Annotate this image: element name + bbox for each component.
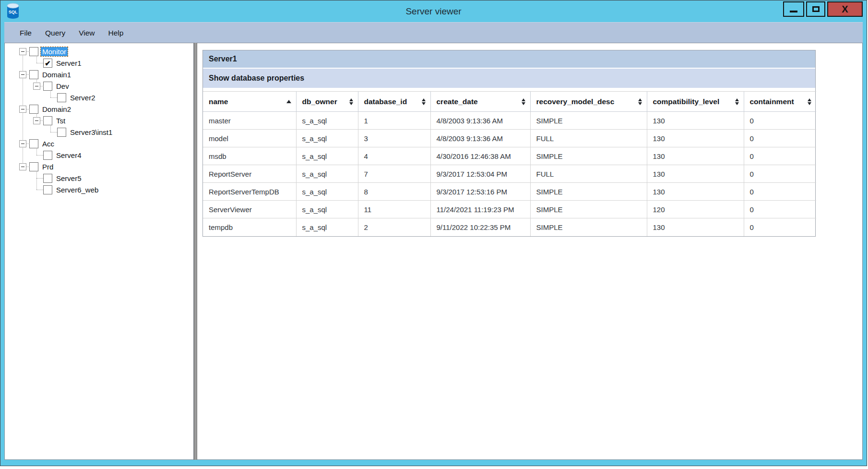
checkbox-unchecked[interactable] (43, 116, 52, 125)
table-row-master[interactable]: masters_a_sql14/8/2003 9:13:36 AMSIMPLE1… (203, 112, 816, 130)
section-header: Show database properties (203, 69, 815, 88)
checkbox-unchecked[interactable] (29, 105, 38, 114)
column-header-db-owner[interactable]: db_owner (296, 92, 358, 112)
checkbox-unchecked[interactable] (43, 174, 52, 183)
sort-unsorted-icon (808, 98, 811, 105)
sort-unsorted-icon (638, 98, 642, 105)
menu-query[interactable]: Query (38, 23, 72, 43)
checkbox-unchecked[interactable] (43, 185, 52, 194)
tree-node-server4[interactable]: Server4 (5, 149, 193, 161)
tree-connector (33, 57, 43, 69)
sort-up-arrow (349, 98, 353, 101)
table-row-reportserver[interactable]: ReportServers_a_sql79/3/2017 12:53:04 PM… (203, 165, 816, 183)
cell-compatibility-level: 120 (647, 201, 744, 218)
cell-database-id: 7 (358, 165, 430, 183)
collapse-box-icon[interactable] (19, 71, 26, 78)
collapse-box-icon[interactable] (19, 106, 26, 113)
tree-node-label: Server4 (55, 151, 83, 160)
collapse-box-icon[interactable] (19, 163, 26, 170)
cell-recovery-model-desc: SIMPLE (530, 201, 647, 218)
column-header-database-id[interactable]: database_id (358, 92, 430, 112)
column-header-name[interactable]: name (203, 92, 296, 112)
tree-node-server2[interactable]: Server2 (5, 92, 193, 103)
table-row-model[interactable]: models_a_sql34/8/2003 9:13:36 AMFULL1300 (203, 130, 816, 147)
column-header-content: db_owner (302, 97, 353, 106)
app-window: SQL Server viewer X FileQueryViewHelp Mo… (0, 0, 867, 466)
results-grid: namedb_ownerdatabase_idcreate_daterecove… (203, 91, 816, 236)
column-header-containment[interactable]: containment (744, 92, 816, 112)
sort-down-arrow (638, 102, 642, 105)
tree-node-label: Acc (41, 139, 56, 148)
sort-ascending-icon (286, 100, 291, 103)
tree-node-domain2[interactable]: Domain2 (5, 103, 193, 115)
checkbox-unchecked[interactable] (29, 47, 38, 56)
cell-db-owner: s_a_sql (296, 183, 358, 201)
tree-node-server5[interactable]: Server5 (5, 172, 193, 184)
cell-recovery-model-desc: SIMPLE (530, 147, 647, 165)
cell-db-owner: s_a_sql (296, 165, 358, 183)
menu-help[interactable]: Help (102, 23, 131, 43)
table-row-reportservertempdb[interactable]: ReportServerTempDBs_a_sql89/3/2017 12:53… (203, 183, 816, 201)
checkbox-unchecked[interactable] (43, 82, 52, 91)
tree-node-server6-web[interactable]: Server6_web (5, 184, 193, 195)
checkbox-unchecked[interactable] (43, 151, 52, 160)
sort-down-arrow (808, 102, 811, 105)
tree-node-monitor[interactable]: Monitor (5, 46, 193, 57)
checkbox-checked[interactable]: ✔ (43, 59, 52, 68)
tree-node-prd[interactable]: Prd (5, 161, 193, 172)
cell-compatibility-level: 130 (647, 112, 744, 130)
tree-connector (47, 92, 57, 103)
cell-recovery-model-desc: SIMPLE (530, 112, 647, 130)
tree-node-tst[interactable]: Tst (5, 115, 193, 126)
cell-create-date: 4/8/2003 9:13:36 AM (430, 130, 530, 147)
checkbox-unchecked[interactable] (57, 93, 66, 102)
sort-up-arrow (735, 98, 739, 101)
checkbox-unchecked[interactable] (29, 139, 38, 148)
cell-name: msdb (203, 147, 296, 165)
collapse-box-icon[interactable] (33, 117, 40, 124)
sort-unsorted-icon (735, 98, 739, 105)
cell-recovery-model-desc: FULL (530, 130, 647, 147)
tree-connector (33, 172, 43, 184)
collapse-box-icon[interactable] (33, 83, 40, 90)
tree-node-server3-inst1[interactable]: Server3\inst1 (5, 126, 193, 138)
tree-node-server1[interactable]: ✔Server1 (5, 57, 193, 69)
minimize-button[interactable] (783, 1, 804, 17)
cell-compatibility-level: 130 (647, 218, 744, 236)
close-button[interactable]: X (827, 1, 863, 17)
table-row-serverviewer[interactable]: ServerViewers_a_sql1111/24/2021 11:19:23… (203, 201, 816, 218)
maximize-button[interactable] (806, 1, 825, 17)
checkbox-unchecked[interactable] (57, 128, 66, 137)
minus-glyph (21, 167, 24, 167)
minus-glyph (21, 144, 24, 144)
collapse-box-icon[interactable] (19, 140, 26, 147)
server-name-header: Server1 (203, 50, 815, 69)
column-label: create_date (437, 97, 478, 106)
cell-database-id: 2 (358, 218, 430, 236)
tree-node-label: Domain2 (41, 105, 72, 114)
column-header-create-date[interactable]: create_date (430, 92, 530, 112)
cell-name: ReportServer (203, 165, 296, 183)
table-row-tempdb[interactable]: tempdbs_a_sql29/11/2022 10:22:35 PMSIMPL… (203, 218, 816, 236)
checkbox-unchecked[interactable] (29, 162, 38, 171)
tree-node-acc[interactable]: Acc (5, 138, 193, 149)
column-header-recovery-model-desc[interactable]: recovery_model_desc (530, 92, 647, 112)
menu-file[interactable]: File (13, 23, 38, 43)
cell-containment: 0 (744, 218, 816, 236)
title-bar: SQL Server viewer X (0, 0, 867, 22)
sort-up-arrow (522, 98, 525, 101)
menu-view[interactable]: View (72, 23, 101, 43)
cell-recovery-model-desc: SIMPLE (530, 183, 647, 201)
tree-connector (33, 184, 43, 195)
window-title: Server viewer (0, 0, 867, 22)
collapse-box-icon[interactable] (19, 48, 26, 55)
panel-splitter[interactable] (194, 43, 197, 460)
tree-node-label: Server1 (55, 59, 83, 68)
sort-down-arrow (735, 102, 739, 105)
column-header-compatibility-level[interactable]: compatibility_level (647, 92, 744, 112)
table-row-msdb[interactable]: msdbs_a_sql44/30/2016 12:46:38 AMSIMPLE1… (203, 147, 816, 165)
tree-node-dev[interactable]: Dev (5, 80, 193, 92)
checkbox-unchecked[interactable] (29, 70, 38, 79)
close-icon: X (842, 2, 848, 16)
tree-node-domain1[interactable]: Domain1 (5, 69, 193, 80)
